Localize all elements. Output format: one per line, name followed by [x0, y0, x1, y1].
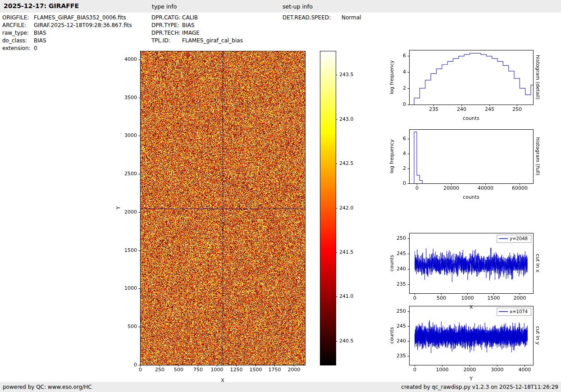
meta-det-read-speed: DET.READ.SPEED:Normal [283, 14, 361, 21]
meta-arcfile: ARCFILE:GIRAF.2025-12-18T09:28:36.867.fi… [2, 22, 132, 28]
meta-label: TPL.ID: [151, 37, 182, 44]
colorbar [315, 45, 365, 387]
meta-label: DPR.TECH: [151, 30, 182, 36]
histogram-full-plot [383, 126, 561, 205]
meta-label: raw_type: [2, 30, 34, 36]
raw-image-plot [108, 45, 320, 387]
meta-tpl-id: TPL.ID:FLAMES_giraf_cal_bias [151, 37, 243, 44]
setup-info-heading: set-up info [283, 3, 313, 10]
footer-bar: powered by QC: www.eso.org/HC created by… [0, 382, 561, 392]
meta-label: ORIGFILE: [2, 14, 34, 21]
meta-label: do_class: [2, 37, 34, 44]
meta-value: CALIB [182, 14, 198, 21]
meta-label: ARCFILE: [2, 22, 34, 28]
meta-value: GIRAF.2025-12-18T09:28:36.867.fits [34, 22, 132, 28]
footer-powered-by: powered by QC: www.eso.org/HC [3, 384, 92, 390]
histogram-detail-plot [383, 45, 561, 126]
cut-in-y-plot [383, 299, 561, 383]
meta-label: DPR.TYPE: [151, 22, 182, 28]
meta-dpr-type: DPR.TYPE:BIAS [151, 22, 195, 28]
meta-value: BIAS [34, 37, 46, 44]
meta-value: 0 [34, 45, 37, 51]
meta-do-class: do_class:BIAS [2, 37, 46, 44]
meta-extension: extension:0 [2, 45, 37, 51]
page-title: 2025-12-17: GIRAFFE [4, 2, 79, 9]
meta-label: DPR.CATG: [151, 14, 182, 21]
meta-label: extension: [2, 45, 34, 51]
meta-value: IMAGE [182, 30, 200, 36]
cut-in-x-plot [383, 228, 561, 311]
header-bar: 2025-12-17: GIRAFFE type info set-up inf… [0, 0, 561, 13]
meta-dpr-catg: DPR.CATG:CALIB [151, 14, 198, 21]
type-info-heading: type info [152, 3, 177, 10]
footer-created-by: created by qc_rawdisp.py v1.2.3 on 2025-… [401, 384, 558, 390]
meta-value: Normal [342, 14, 361, 21]
meta-raw-type: raw_type:BIAS [2, 30, 46, 36]
meta-label: DET.READ.SPEED: [283, 14, 342, 21]
meta-value: BIAS [182, 22, 195, 28]
meta-value: FLAMES_GIRAF_BIAS352_0006.fits [34, 14, 126, 21]
qc-report-page: { "header": { "title": "2025-12-17: GIRA… [0, 0, 561, 392]
meta-origfile: ORIGFILE:FLAMES_GIRAF_BIAS352_0006.fits [2, 14, 126, 21]
meta-value: BIAS [34, 30, 46, 36]
meta-dpr-tech: DPR.TECH:IMAGE [151, 30, 200, 36]
meta-value: FLAMES_giraf_cal_bias [182, 37, 243, 44]
